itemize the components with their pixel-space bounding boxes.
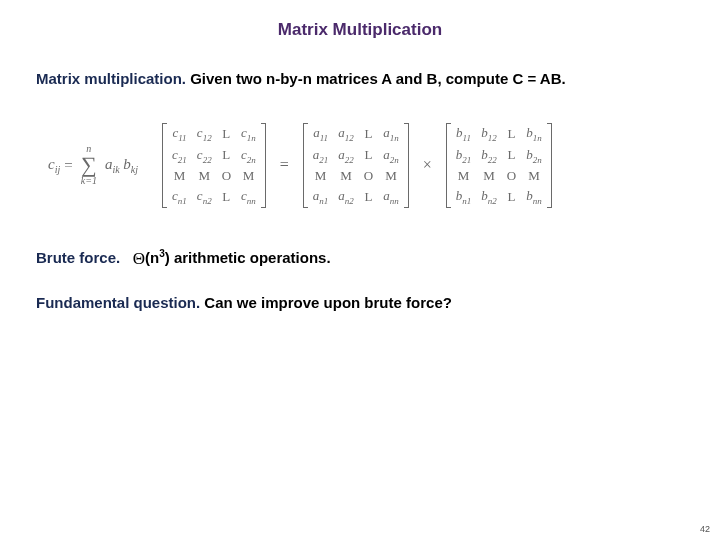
matrix-cell: bnn [521, 186, 547, 208]
slide-title: Matrix Multiplication [0, 0, 720, 68]
matrix-cell: a21 [308, 145, 334, 167]
sigma-icon: ∑ [81, 154, 97, 176]
matrix-cell: cnn [236, 186, 261, 208]
t2-sub: kj [131, 164, 138, 175]
matrix-cell: a11 [308, 123, 334, 145]
matrix-cell: M [451, 166, 477, 186]
sigma-wrap: n ∑ k=1 [81, 144, 97, 186]
matrix-cell: L [217, 145, 236, 167]
matrix-cell: ann [378, 186, 404, 208]
matrix-cell: M [167, 166, 192, 186]
times-sign: × [419, 156, 436, 174]
matrix-cell: c12 [192, 123, 217, 145]
matrix-cell: b1n [521, 123, 547, 145]
formula-rhs: aik bkj [105, 156, 138, 175]
intro-lead: Matrix multiplication. [36, 70, 186, 87]
t2-base: b [123, 156, 131, 172]
equals-sign: = [276, 156, 293, 174]
intro-rest: Given two n-by-n matrices A and B, compu… [186, 70, 566, 87]
matrix-cell: L [502, 145, 521, 167]
slide-content: Matrix multiplication. Given two n-by-n … [0, 68, 720, 311]
matrix-cell: c2n [236, 145, 261, 167]
matrix-cell: b21 [451, 145, 477, 167]
figure-area: cij = n ∑ k=1 aik bkj c11c12Lc1nc21c22Lc… [36, 123, 684, 208]
matrix-cell: a22 [333, 145, 359, 167]
matrix-a-table: a11a12La1na21a22La2nMMOMan1an2Lann [308, 123, 404, 208]
lhs-sub: ij [55, 164, 61, 175]
t1-sub: ik [112, 164, 119, 175]
matrix-cell: a2n [378, 145, 404, 167]
matrix-cell: M [378, 166, 404, 186]
matrix-cell: cn1 [167, 186, 192, 208]
matrix-cell: M [476, 166, 502, 186]
matrix-b: b11b12Lb1nb21b22Lb2nMMOMbn1bn2Lbnn [446, 123, 552, 208]
brute-open: (n [145, 249, 159, 266]
intro-line: Matrix multiplication. Given two n-by-n … [36, 68, 684, 89]
matrix-cell: L [502, 186, 521, 208]
brute-force-line: Brute force. Θ(n3) arithmetic operations… [36, 248, 684, 268]
sigma-lower: k=1 [81, 176, 97, 186]
matrix-cell: bn1 [451, 186, 477, 208]
matrix-cell: c11 [167, 123, 192, 145]
theta-icon: Θ [133, 249, 145, 268]
matrix-cell: bn2 [476, 186, 502, 208]
fundamental-line: Fundamental question. Can we improve upo… [36, 294, 684, 311]
matrix-a: a11a12La1na21a22La2nMMOMan1an2Lann [303, 123, 409, 208]
matrix-c-table: c11c12Lc1nc21c22Lc2nMMOMcn1cn2Lcnn [167, 123, 261, 208]
matrix-cell: O [502, 166, 521, 186]
matrix-cell: b22 [476, 145, 502, 167]
matrix-cell: an1 [308, 186, 334, 208]
matrix-cell: M [236, 166, 261, 186]
matrix-c: c11c12Lc1nc21c22Lc2nMMOMcn1cn2Lcnn [162, 123, 266, 208]
formula-eq: = [64, 157, 72, 174]
brute-lead: Brute force. [36, 249, 120, 266]
matrix-cell: L [359, 145, 378, 167]
matrix-b-table: b11b12Lb1nb21b22Lb2nMMOMbn1bn2Lbnn [451, 123, 547, 208]
bracket-right [404, 123, 409, 208]
matrix-cell: an2 [333, 186, 359, 208]
matrix-cell: b11 [451, 123, 477, 145]
matrix-cell: L [359, 123, 378, 145]
matrix-cell: c1n [236, 123, 261, 145]
matrix-equation: c11c12Lc1nc21c22Lc2nMMOMcn1cn2Lcnn = a11… [162, 123, 552, 208]
matrix-cell: M [308, 166, 334, 186]
bracket-right [547, 123, 552, 208]
matrix-cell: M [521, 166, 547, 186]
matrix-cell: O [217, 166, 236, 186]
matrix-cell: a1n [378, 123, 404, 145]
matrix-cell: b12 [476, 123, 502, 145]
matrix-cell: c21 [167, 145, 192, 167]
matrix-cell: L [217, 123, 236, 145]
matrix-cell: L [217, 186, 236, 208]
matrix-cell: L [502, 123, 521, 145]
matrix-cell: cn2 [192, 186, 217, 208]
fundamental-rest: Can we improve upon brute force? [200, 294, 452, 311]
matrix-cell: O [359, 166, 378, 186]
fundamental-lead: Fundamental question. [36, 294, 200, 311]
page-number: 42 [700, 524, 710, 534]
formula-lhs: cij [48, 156, 60, 175]
matrix-cell: L [359, 186, 378, 208]
lhs-base: c [48, 156, 55, 172]
brute-rest: arithmetic operations. [170, 249, 331, 266]
matrix-cell: M [192, 166, 217, 186]
bracket-right [261, 123, 266, 208]
matrix-cell: M [333, 166, 359, 186]
matrix-cell: c22 [192, 145, 217, 167]
summation-formula: cij = n ∑ k=1 aik bkj [48, 144, 138, 186]
matrix-cell: a12 [333, 123, 359, 145]
matrix-cell: b2n [521, 145, 547, 167]
